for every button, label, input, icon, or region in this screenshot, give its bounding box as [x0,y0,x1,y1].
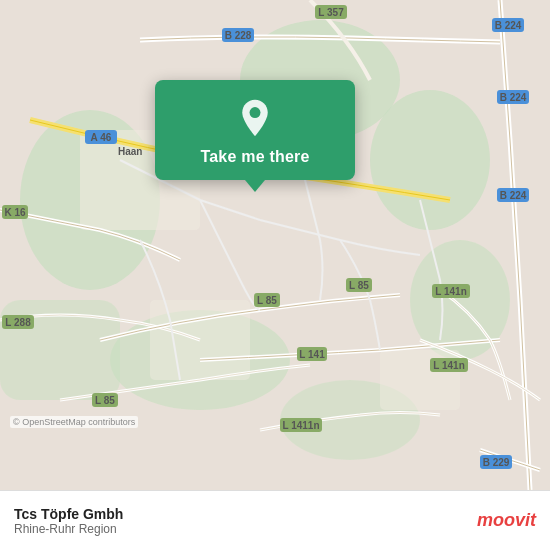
map-attribution: © OpenStreetMap contributors [10,416,138,428]
location-name: Tcs Töpfe Gmbh [14,506,123,522]
svg-text:L 85: L 85 [95,395,115,406]
svg-text:Haan: Haan [118,146,142,157]
svg-point-44 [250,107,261,118]
svg-text:K 16: K 16 [4,207,26,218]
svg-text:L 85: L 85 [349,280,369,291]
popup-card[interactable]: Take me there [155,80,355,180]
svg-point-3 [370,90,490,230]
svg-text:L 141: L 141 [299,349,325,360]
location-pin-icon [235,98,275,138]
take-me-there-button[interactable]: Take me there [200,148,309,166]
svg-text:B 224: B 224 [500,190,527,201]
moovit-logo: moovit [477,510,536,531]
svg-text:B 228: B 228 [225,30,252,41]
svg-text:L 85: L 85 [257,295,277,306]
moovit-logo-text: moovit [477,510,536,531]
map-container: A 46 B 228 B 224 B 224 B 224 L 357 K 16 … [0,0,550,490]
svg-text:B 229: B 229 [483,457,510,468]
bottom-bar: Tcs Töpfe Gmbh Rhine-Ruhr Region moovit [0,490,550,550]
svg-text:L 1411n: L 1411n [282,420,319,431]
svg-text:L 141n: L 141n [435,286,467,297]
svg-text:B 224: B 224 [495,20,522,31]
svg-text:L 288: L 288 [5,317,31,328]
svg-text:L 357: L 357 [318,7,344,18]
location-info: Tcs Töpfe Gmbh Rhine-Ruhr Region [14,506,123,536]
svg-text:B 224: B 224 [500,92,527,103]
svg-text:L 141n: L 141n [433,360,465,371]
location-region: Rhine-Ruhr Region [14,522,123,536]
svg-text:A 46: A 46 [91,132,112,143]
